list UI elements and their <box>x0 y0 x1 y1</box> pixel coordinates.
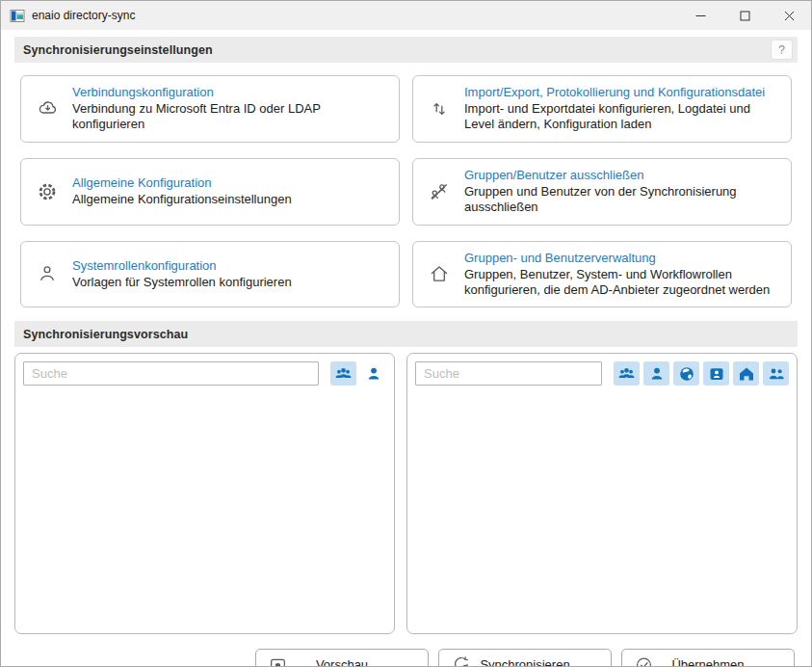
person-icon <box>37 263 60 284</box>
synchronize-button-label: Synchronisieren <box>480 657 569 667</box>
card-description: Verbindung zu Microsoft Entra ID oder LD… <box>72 101 383 133</box>
window-controls <box>678 1 811 30</box>
cloud-download-icon <box>37 97 60 120</box>
home-icon <box>429 263 452 284</box>
minimize-button[interactable] <box>678 1 722 30</box>
main-content: Synchronisierungseinstellungen ? Verbind… <box>1 30 811 667</box>
filter-user-button[interactable] <box>360 361 386 386</box>
card-group-user-management[interactable]: Gruppen- und Benutzerverwaltung Gruppen,… <box>412 241 792 308</box>
card-description: Gruppen und Benutzer von der Synchronisi… <box>464 184 775 216</box>
users-panel-toolbar <box>415 361 789 386</box>
users-preview-list <box>415 386 789 626</box>
sync-user-icon <box>452 655 470 667</box>
maximize-button[interactable] <box>722 1 767 30</box>
filter-user-group-button[interactable] <box>330 361 356 386</box>
filter-contact-badge-button[interactable] <box>703 361 729 386</box>
titlebar: enaio directory-sync <box>1 1 811 30</box>
close-button[interactable] <box>767 1 811 30</box>
preview-section-title: Synchronisierungsvorschau <box>23 328 188 341</box>
card-general-configuration[interactable]: Allgemeine Konfiguration Allgemeine Konf… <box>20 158 400 226</box>
preview-button[interactable]: Vorschau <box>255 649 429 667</box>
settings-section-header: Synchronisierungseinstellungen ? <box>14 37 798 63</box>
users-preview-panel <box>406 353 798 634</box>
users-search-input[interactable] <box>415 361 602 386</box>
apply-button-label: Übernehmen <box>671 657 744 667</box>
preview-panels <box>14 353 798 634</box>
app-window: enaio directory-sync Synchronisierungsei… <box>0 0 812 667</box>
filter-user-group-button[interactable] <box>614 361 640 386</box>
card-import-export[interactable]: Import/Export, Protokollierung und Konfi… <box>412 75 792 143</box>
card-title: Verbindungskonfiguration <box>72 85 383 99</box>
exclude-users-icon <box>429 181 452 202</box>
help-button[interactable]: ? <box>771 40 793 60</box>
card-connection-configuration[interactable]: Verbindungskonfiguration Verbindung zu M… <box>20 75 400 143</box>
groups-preview-panel <box>14 353 395 634</box>
card-title: Allgemeine Konfiguration <box>72 175 292 190</box>
app-icon <box>10 9 25 23</box>
settings-cards: Verbindungskonfiguration Verbindung zu M… <box>20 75 792 307</box>
preview-button-label: Vorschau <box>316 657 368 667</box>
groups-panel-toolbar <box>23 361 386 386</box>
filter-user-button[interactable] <box>643 361 669 386</box>
filter-two-users-button[interactable] <box>763 361 789 386</box>
card-title: Gruppen/Benutzer ausschließen <box>464 168 775 182</box>
card-system-roles-configuration[interactable]: Systemrollenkonfiguration Vorlagen für S… <box>20 241 400 308</box>
arrows-up-down-icon <box>429 98 452 120</box>
card-description: Vorlagen für Systemrollen konfigurieren <box>72 275 292 290</box>
apply-button[interactable]: Übernehmen <box>621 649 795 667</box>
settings-section-title: Synchronisierungseinstellungen <box>23 43 213 57</box>
gear-icon <box>37 181 60 202</box>
card-title: Systemrollenkonfiguration <box>72 258 292 273</box>
check-circle-icon <box>635 655 653 667</box>
groups-preview-list <box>23 386 386 626</box>
groups-search-input[interactable] <box>23 361 319 386</box>
synchronize-button[interactable]: Synchronisieren <box>438 649 612 667</box>
window-title: enaio directory-sync <box>32 9 135 22</box>
preview-section-header: Synchronisierungsvorschau <box>14 321 798 347</box>
card-description: Import- und Exportdatei konfigurieren, L… <box>464 101 775 133</box>
card-exclude-groups-users[interactable]: Gruppen/Benutzer ausschließen Gruppen un… <box>412 158 792 226</box>
preview-eye-icon <box>269 655 287 667</box>
footer-actions: Vorschau Synchronisieren <box>14 649 795 667</box>
card-description: Gruppen, Benutzer, System- und Workflowr… <box>464 267 775 299</box>
filter-globe-button[interactable] <box>673 361 699 386</box>
card-description: Allgemeine Konfigurationseinstellungen <box>72 192 292 207</box>
card-title: Gruppen- und Benutzerverwaltung <box>464 251 775 265</box>
card-title: Import/Export, Protokollierung und Konfi… <box>464 85 775 99</box>
filter-home-button[interactable] <box>733 361 759 386</box>
